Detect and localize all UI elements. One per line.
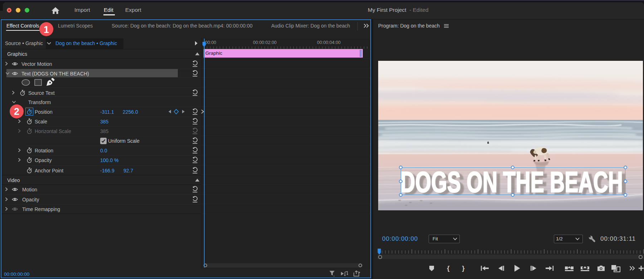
svg-text:}: } <box>462 265 465 272</box>
svg-text:{: { <box>447 265 449 272</box>
